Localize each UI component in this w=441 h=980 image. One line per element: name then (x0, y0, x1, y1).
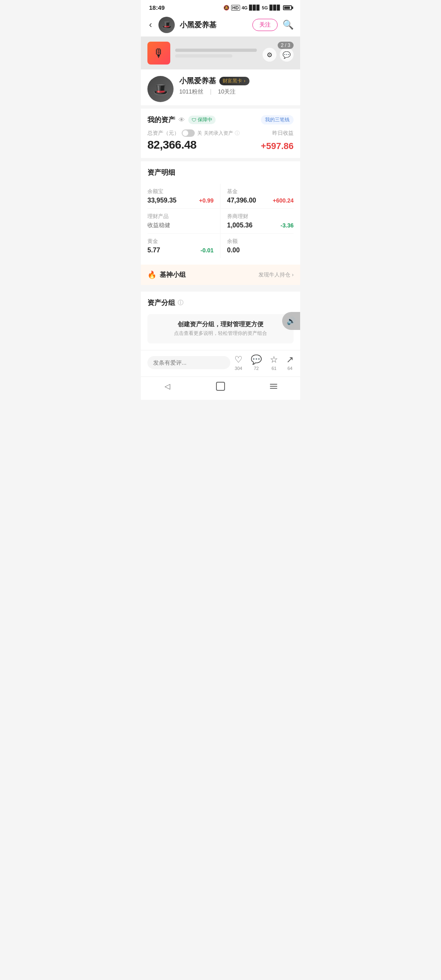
assets-card: 我的资产 👁 🛡 保障中 我的三笔钱 总资产（元） 关 关闭录入资产 ⓘ 昨日收… (141, 109, 300, 161)
action-btn-group: ♡ 304 💬 72 ☆ 61 ↗ 64 (234, 354, 294, 371)
asset-grid: 余额宝 33,959.35 +0.99 基金 47,396.00 +600.24… (147, 184, 294, 258)
asset-value-row-fund: 47,396.00 +600.24 (227, 197, 294, 204)
search-icon[interactable]: 🔍 (283, 20, 294, 30)
asset-value-fund: 47,396.00 (227, 197, 256, 204)
star-icon: ☆ (270, 354, 278, 365)
asset-detail-title: 资产明细 (147, 168, 294, 177)
comment-button[interactable]: 💬 72 (251, 354, 262, 371)
asset-item-licai[interactable]: 理财产品 收益稳健 (147, 209, 220, 234)
back-button[interactable]: ‹ (147, 18, 154, 32)
status-icons: 🔕 HD 4G ▊▊▊ 5G ▊▊▊ (223, 5, 292, 11)
shield-icon: 🛡 (192, 117, 196, 123)
followers-count[interactable]: 1011粉丝 (179, 88, 203, 96)
asset-detail-card: 资产明细 余额宝 33,959.35 +0.99 基金 47,396.00 +6… (141, 161, 300, 288)
asset-value-row-yue-bao: 33,959.35 +0.99 (147, 197, 214, 204)
fire-icon: 🔥 (147, 270, 156, 279)
star-button[interactable]: ☆ 61 (270, 354, 278, 371)
audio-fab[interactable]: 🔊 (282, 312, 300, 330)
asset-group-card: 资产分组 ⓘ 🔊 创建资产分组，理财管理更方便 点击查看更多说明，轻松管理你的资… (141, 292, 300, 350)
eye-icon[interactable]: 👁 (178, 116, 185, 124)
assets-header: 我的资产 👁 🛡 保障中 我的三笔钱 (147, 115, 294, 125)
stat-divider: | (210, 88, 212, 96)
asset-label-broker: 券商理财 (227, 213, 294, 220)
signal-4g-icon: 4G (242, 5, 248, 10)
sys-home-icon (216, 382, 225, 391)
shield-text: 保障中 (198, 116, 212, 123)
asset-value-balance: 0.00 (227, 247, 240, 254)
info-icon: ⓘ (235, 130, 240, 137)
share-button[interactable]: ↗ 64 (286, 354, 294, 371)
shield-badge: 🛡 保障中 (188, 116, 216, 124)
asset-item-yue-bao[interactable]: 余额宝 33,959.35 +0.99 (147, 184, 220, 209)
signal-bars-2-icon: ▊▊▊ (270, 5, 281, 11)
status-time: 18:49 (149, 4, 165, 11)
avatar-image: 🎩 (158, 17, 175, 33)
sys-back-icon: ◁ (165, 382, 170, 391)
asset-value-gold: 5.77 (147, 247, 160, 254)
share-icon: ↗ (286, 354, 294, 365)
create-group-sub: 点击查看更多说明，轻松管理你的资产组合 (154, 330, 287, 337)
sys-home-button[interactable] (212, 381, 229, 392)
story-banner: 🎙 2 / 3 ⚙ 💬 (141, 37, 300, 69)
asset-change-fund: +600.24 (273, 197, 294, 204)
signal-5g-icon: 5G (262, 5, 268, 10)
following-count[interactable]: 10关注 (218, 88, 236, 96)
avatar: 🎩 (158, 17, 175, 33)
story-settings-btn[interactable]: ⚙ (263, 48, 276, 62)
yesterday-label: 昨日收益 (272, 129, 294, 137)
page-indicator: 2 / 3 (278, 42, 294, 49)
asset-value-row-balance: 0.00 (227, 247, 294, 254)
like-count: 304 (235, 366, 242, 371)
asset-value-row-gold: 5.77 -0.01 (147, 247, 214, 254)
asset-value-row-licai: 收益稳健 (147, 222, 214, 229)
asset-item-broker[interactable]: 券商理财 1,005.36 -3.36 (220, 209, 294, 234)
asset-item-balance[interactable]: 余额 0.00 (220, 234, 294, 258)
asset-label-gold: 黄金 (147, 238, 214, 245)
asset-item-gold[interactable]: 黄金 5.77 -0.01 (147, 234, 220, 258)
asset-item-fund[interactable]: 基金 47,396.00 +600.24 (220, 184, 294, 209)
like-button[interactable]: ♡ 304 (234, 354, 243, 371)
create-group-banner[interactable]: 创建资产分组，理财管理更方便 点击查看更多说明，轻松管理你的资产组合 (147, 314, 294, 343)
assets-main: 82,366.48 +597.86 (147, 138, 294, 151)
yesterday-income: +597.86 (261, 141, 294, 151)
assets-meta-left: 总资产（元） 关 关闭录入资产 ⓘ (147, 129, 240, 137)
story-thumbnail[interactable]: 🎙 (147, 42, 170, 65)
asset-value-broker: 1,005.36 (227, 222, 252, 229)
like-icon: ♡ (234, 354, 243, 365)
fund-group-link[interactable]: 发现牛人持仓 › (258, 271, 294, 278)
profile-section: 🎩 小黑爱养基 财富黑卡 › 1011粉丝 | 10关注 (141, 69, 300, 109)
story-chat-btn[interactable]: 💬 (280, 48, 294, 62)
toggle-switch[interactable] (182, 129, 195, 137)
story-thumb-inner: 🎙 (148, 42, 169, 64)
asset-change-yue-bao: +0.99 (199, 197, 214, 204)
vip-badge-label: 财富黑卡 (223, 78, 242, 85)
sys-recents-button[interactable] (265, 381, 282, 392)
close-record-label: 关 关闭录入资产 ⓘ (197, 130, 240, 137)
hd-icon: HD (231, 5, 240, 11)
three-pen-button[interactable]: 我的三笔钱 (261, 115, 294, 125)
sys-recents-icon (270, 384, 277, 389)
battery-icon (283, 5, 292, 10)
create-group-title: 创建资产分组，理财管理更方便 (154, 321, 287, 328)
vip-badge[interactable]: 财富黑卡 › (219, 77, 249, 85)
asset-group-title-text: 资产分组 (147, 298, 175, 307)
asset-label-fund: 基金 (227, 188, 294, 195)
fund-group-title: 基神小组 (160, 271, 186, 279)
follow-button[interactable]: 关注 (252, 19, 278, 31)
nav-username: 小黑爱养基 (180, 20, 247, 30)
comment-input[interactable] (147, 356, 230, 369)
asset-group-title: 资产分组 ⓘ (147, 298, 294, 307)
sys-back-button[interactable]: ◁ (159, 381, 176, 392)
star-count: 61 (272, 366, 276, 371)
bottom-bar: ♡ 304 💬 72 ☆ 61 ↗ 64 (141, 350, 300, 376)
fund-group-banner[interactable]: 🔥 基神小组 发现牛人持仓 › (141, 265, 300, 285)
total-assets-label: 总资产（元） (147, 129, 179, 137)
yesterday-income-value: +597.86 (261, 141, 294, 151)
fund-group-left: 🔥 基神小组 (147, 270, 186, 279)
mute-icon: 🔕 (223, 5, 229, 11)
asset-value-row-broker: 1,005.36 -3.36 (227, 222, 294, 229)
asset-change-broker: -3.36 (281, 222, 294, 229)
asset-change-gold: -0.01 (200, 247, 214, 254)
asset-label-yue-bao: 余额宝 (147, 188, 214, 195)
asset-label-licai: 理财产品 (147, 213, 214, 220)
